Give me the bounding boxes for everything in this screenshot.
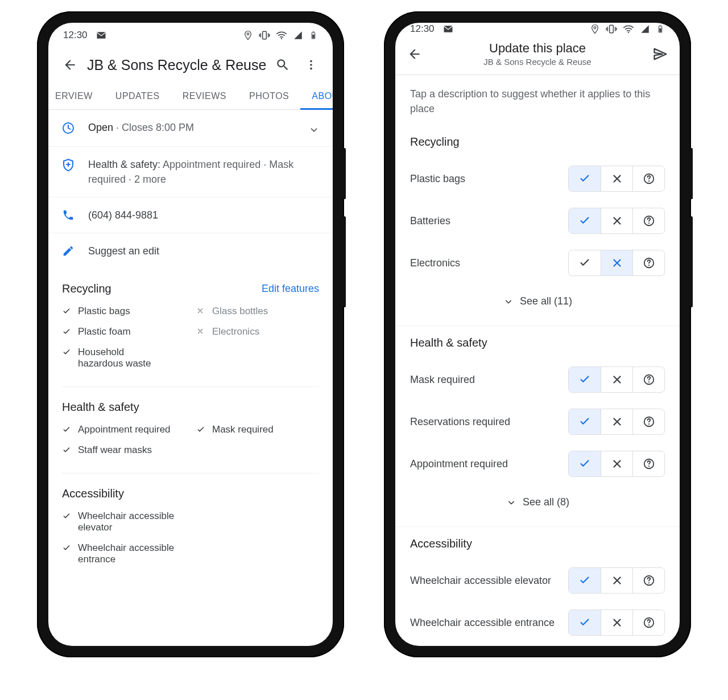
feature-item: Electronics <box>196 326 319 337</box>
feature-label: Appointment required <box>78 424 171 435</box>
toggle-help[interactable] <box>632 568 664 593</box>
check-icon <box>62 307 72 316</box>
signal-icon <box>293 30 303 40</box>
wifi-icon <box>276 30 287 41</box>
search-button[interactable] <box>271 53 294 76</box>
back-button[interactable] <box>403 43 426 65</box>
tab-reviews[interactable]: REVIEWS <box>171 83 238 109</box>
feature-item: Staff wear masks <box>62 444 185 456</box>
toggle-yes[interactable] <box>569 166 601 191</box>
toggle-no[interactable] <box>601 250 632 275</box>
toggle-yes[interactable] <box>569 409 601 434</box>
x-icon <box>196 307 206 315</box>
mail-icon <box>96 30 107 41</box>
toggle-yes[interactable] <box>569 208 601 233</box>
feature-label: Plastic bags <box>78 306 130 317</box>
screen-left: 12:30 JB & Sons Recycle & Reuse ERVIEW U… <box>48 23 333 646</box>
hint-text: Tap a description to suggest whether it … <box>395 75 680 125</box>
see-all-label: See all (11) <box>520 295 572 307</box>
toggle-label: Mask required <box>410 373 568 386</box>
tri-toggle <box>568 367 665 393</box>
phone-row[interactable]: (604) 844-9881 <box>48 197 333 233</box>
toggle-no[interactable] <box>601 451 632 476</box>
toggle-row: Wheelchair accessible elevator <box>410 559 665 602</box>
accessibility-title: Accessibility <box>62 487 124 500</box>
hours-row[interactable]: Open · Closes 8:00 PM <box>48 110 333 147</box>
toggle-help[interactable] <box>632 367 664 392</box>
accessibility-section: Accessibility Wheelchair accessible elev… <box>48 473 333 570</box>
toggle-label: Appointment required <box>410 457 568 471</box>
health-title: Health & safety <box>62 401 139 414</box>
vibrate-icon <box>606 23 617 35</box>
feature-label: Glass bottles <box>212 306 268 317</box>
toggle-label: Wheelchair accessible elevator <box>410 574 568 587</box>
section-title: Accessibility <box>410 537 665 550</box>
toggle-help[interactable] <box>632 250 664 275</box>
toggle-no[interactable] <box>601 409 632 434</box>
tab-about[interactable]: ABOUT <box>300 83 333 110</box>
send-button[interactable] <box>649 43 672 65</box>
toggle-no[interactable] <box>601 367 632 392</box>
toggle-yes[interactable] <box>569 610 601 635</box>
toggle-no[interactable] <box>601 208 632 233</box>
more-button[interactable] <box>300 53 322 76</box>
statusbar: 12:30 <box>48 23 333 48</box>
toggle-yes[interactable] <box>569 451 601 476</box>
tabs: ERVIEW UPDATES REVIEWS PHOTOS ABOUT <box>48 83 333 110</box>
suggest-edit-row[interactable]: Suggest an edit <box>48 233 333 269</box>
toggle-no[interactable] <box>601 166 632 191</box>
location-icon <box>590 24 600 34</box>
battery-icon <box>656 23 665 35</box>
toggle-yes[interactable] <box>569 568 601 593</box>
toggle-row: Plastic bags <box>410 158 665 200</box>
section-title: Health & safety <box>410 336 665 349</box>
see-all-button[interactable]: See all (8) <box>410 485 665 523</box>
tab-updates[interactable]: UPDATES <box>104 83 171 109</box>
battery-icon <box>309 29 318 42</box>
see-all-button[interactable]: See all (11) <box>410 284 665 322</box>
toggle-help[interactable] <box>632 610 664 635</box>
toggle-yes[interactable] <box>569 367 601 392</box>
status-right <box>590 23 665 35</box>
toggle-row: Wheelchair accessible entrance <box>410 602 665 644</box>
check-icon <box>62 425 72 434</box>
toggle-help[interactable] <box>632 208 664 233</box>
vibrate-icon <box>259 30 270 41</box>
update-title: Update this place <box>429 41 646 56</box>
toggle-help[interactable] <box>632 166 664 191</box>
health-safety-section: Health & safety Appointment required Sta… <box>48 387 333 460</box>
toggle-help[interactable] <box>632 451 664 476</box>
check-icon <box>62 512 72 521</box>
shield-icon <box>61 158 76 172</box>
phone-left: 12:30 JB & Sons Recycle & Reuse ERVIEW U… <box>37 11 344 657</box>
update-section: AccessibilityWheelchair accessible eleva… <box>395 527 680 646</box>
status-right <box>243 29 318 42</box>
check-icon <box>62 446 72 455</box>
toggle-yes[interactable] <box>569 250 601 275</box>
update-section: Health & safetyMask requiredReservations… <box>395 326 680 526</box>
edit-features-link[interactable]: Edit features <box>262 283 319 295</box>
screen-right: 12:30 Update this place JB & Sons Recycl… <box>395 23 680 646</box>
feature-item: Appointment required <box>62 424 185 435</box>
toggle-row: Mask required <box>410 359 665 401</box>
chevron-down-icon <box>308 123 320 136</box>
hours-status: Open <box>88 122 113 133</box>
x-icon <box>196 327 206 335</box>
feature-label: Wheelchair accessible elevator <box>78 510 203 533</box>
tab-overview[interactable]: ERVIEW <box>52 83 104 109</box>
feature-label: Mask required <box>212 424 274 435</box>
hours-closes: Closes 8:00 PM <box>122 122 194 133</box>
sections-container: RecyclingPlastic bagsBatteriesElectronic… <box>395 125 680 646</box>
back-button[interactable] <box>59 53 81 76</box>
mail-icon <box>442 23 454 35</box>
toggle-no[interactable] <box>601 610 632 635</box>
tab-photos[interactable]: PHOTOS <box>238 83 300 109</box>
toggle-help[interactable] <box>632 409 664 434</box>
toggle-row: Electronics <box>410 242 665 284</box>
toggle-no[interactable] <box>601 568 632 593</box>
clock-icon <box>61 121 76 135</box>
toggle-row: Reservations required <box>410 401 665 443</box>
health-row[interactable]: Health & safety: Appointment required · … <box>48 147 333 197</box>
appbar: JB & Sons Recycle & Reuse <box>48 48 333 83</box>
toggle-label: Batteries <box>410 214 568 228</box>
